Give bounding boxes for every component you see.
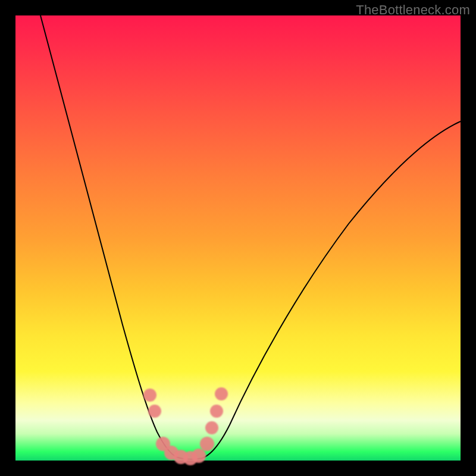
chart-frame: TheBottleneck.com: [0, 0, 476, 476]
bead-icon: [210, 405, 223, 418]
bead-icon: [200, 437, 214, 451]
curve-left-branch: [40, 15, 176, 457]
bottleneck-curve: [15, 15, 461, 461]
watermark-text: TheBottleneck.com: [356, 2, 470, 18]
bead-icon: [143, 389, 156, 402]
data-beads: [143, 387, 228, 465]
bead-icon: [192, 449, 206, 463]
chart-plot-area: [15, 15, 461, 461]
bead-icon: [205, 421, 218, 434]
bead-icon: [215, 387, 228, 400]
bead-icon: [148, 405, 161, 418]
curve-right-branch: [202, 121, 461, 458]
